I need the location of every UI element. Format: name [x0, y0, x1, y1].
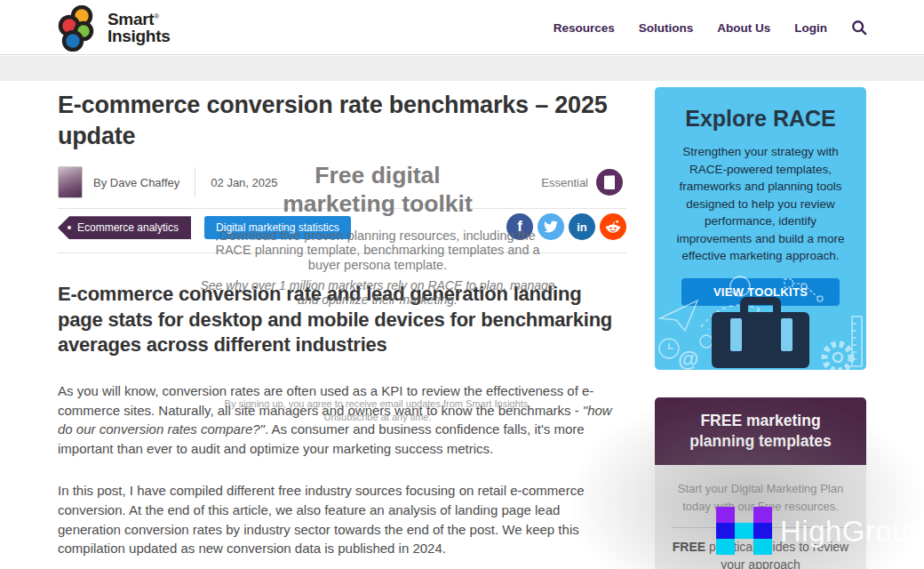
briefcase-clasp: [781, 318, 793, 351]
templates-card-title: FREE marketing planning templates: [681, 411, 840, 452]
templates-card-intro: Start your Digital Marketing Plan today …: [664, 480, 857, 516]
article: E-commerce conversion rate benchmarks – …: [58, 81, 626, 569]
paragraph-1-a: As you will know, conversion rates are o…: [58, 383, 593, 418]
templates-item-bold: FREE: [673, 540, 705, 554]
twitter-icon[interactable]: [538, 213, 564, 240]
gear-icon: [824, 344, 851, 370]
meta-divider: [195, 167, 195, 197]
site-header: Smart® Insights Resources Solutions Abou…: [0, 0, 924, 55]
nav-about-us[interactable]: About Us: [717, 21, 770, 35]
linkedin-icon[interactable]: in: [569, 213, 595, 240]
smart-insights-logo-icon: [57, 5, 101, 52]
briefcase-clasp: [730, 318, 742, 351]
brand-name: Smart® Insights: [108, 12, 170, 44]
templates-card-header: FREE marketing planning templates: [655, 397, 866, 465]
sub-header-band: [0, 56, 924, 81]
templates-item-rest: practical guides to review your approach: [705, 540, 848, 569]
brand-line2: Insights: [108, 28, 170, 45]
at-symbol-doodle: @: [678, 347, 698, 370]
registered-mark: ®: [154, 12, 159, 20]
essential-badge-icon: [596, 169, 623, 196]
author-byline: By Dave Chaffey: [93, 176, 179, 189]
briefcase-icon: [712, 297, 809, 368]
free-templates-card: FREE marketing planning templates Start …: [655, 397, 866, 569]
author-avatar: [58, 166, 83, 198]
race-card-illustration: @: [655, 274, 866, 370]
explore-race-card: Explore RACE Strengthen your strategy wi…: [655, 87, 866, 370]
race-card-title: Explore RACE: [655, 106, 866, 132]
race-card-body: Strengthen your strategy with RACE-power…: [668, 143, 853, 265]
social-share-bar: f in: [506, 213, 626, 240]
tag-digital-marketing-statistics[interactable]: Digital marketing statistics: [204, 216, 351, 239]
page: Smart® Insights Resources Solutions Abou…: [0, 0, 924, 569]
divider: [672, 527, 849, 528]
templates-card-body: Start your Digital Marketing Plan today …: [655, 465, 866, 569]
paragraph-2: In this post, I have compiled different …: [58, 481, 626, 557]
page-title: E-commerce conversion rate benchmarks – …: [58, 90, 626, 152]
main-nav: Resources Solutions About Us Login: [554, 0, 867, 55]
reddit-icon[interactable]: [600, 213, 626, 240]
nav-resources[interactable]: Resources: [554, 21, 615, 35]
briefcase-body: [712, 312, 809, 368]
divider: [58, 252, 626, 253]
paragraph-1: As you will know, conversion rates are o…: [58, 381, 626, 458]
divider: [58, 208, 626, 209]
facebook-icon[interactable]: f: [506, 213, 533, 240]
article-meta-row: By Dave Chaffey 02 Jan, 2025 Essential: [58, 164, 626, 200]
search-icon[interactable]: [851, 20, 867, 36]
sidebar: Explore RACE Strengthen your strategy wi…: [655, 87, 866, 569]
nav-solutions[interactable]: Solutions: [639, 21, 694, 35]
tag-row: Ecommerce analytics Digital marketing st…: [58, 216, 626, 244]
section-heading: E-commerce conversion rate and lead gene…: [58, 282, 626, 358]
page-glyph-icon: [604, 175, 615, 189]
templates-card-item[interactable]: FREE practical guides to review your app…: [664, 539, 857, 569]
essential-badge-label: Essential: [541, 176, 588, 189]
tag-ecommerce-analytics[interactable]: Ecommerce analytics: [58, 216, 191, 239]
nav-login[interactable]: Login: [794, 21, 827, 35]
essential-badge: Essential: [541, 169, 623, 196]
publish-date: 02 Jan, 2025: [211, 176, 277, 189]
paper-plane-icon: [660, 301, 697, 331]
brand-logo[interactable]: Smart® Insights: [57, 5, 170, 52]
